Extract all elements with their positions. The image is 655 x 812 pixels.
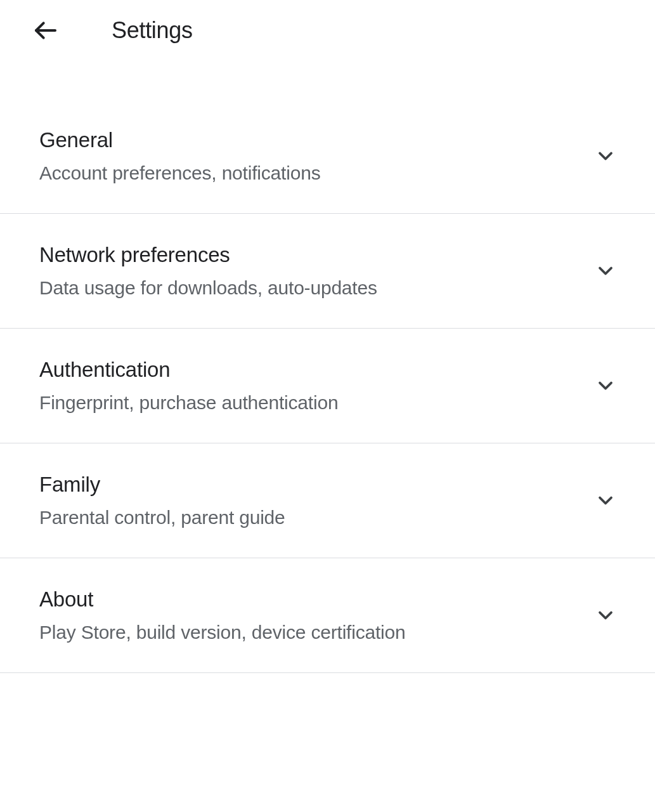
settings-item-subtitle: Fingerprint, purchase authentication	[39, 392, 338, 414]
chevron-down-icon	[594, 489, 617, 512]
arrow-left-icon	[33, 18, 58, 43]
header: Settings	[0, 0, 655, 61]
settings-item-content: Authentication Fingerprint, purchase aut…	[39, 358, 338, 414]
settings-item-content: Network preferences Data usage for downl…	[39, 243, 377, 299]
chevron-down-icon	[594, 604, 617, 627]
settings-item-subtitle: Parental control, parent guide	[39, 507, 285, 528]
settings-item-title: Authentication	[39, 358, 338, 382]
chevron-down-icon	[594, 374, 617, 397]
settings-item-subtitle: Account preferences, notifications	[39, 162, 320, 184]
settings-item-title: Family	[39, 473, 285, 497]
settings-item-title: General	[39, 128, 320, 152]
back-button[interactable]	[30, 15, 61, 46]
chevron-down-icon	[594, 145, 617, 167]
settings-item-subtitle: Play Store, build version, device certif…	[39, 622, 406, 643]
settings-item-subtitle: Data usage for downloads, auto-updates	[39, 277, 377, 299]
settings-item-about[interactable]: About Play Store, build version, device …	[0, 558, 655, 673]
settings-list: General Account preferences, notificatio…	[0, 99, 655, 673]
settings-item-family[interactable]: Family Parental control, parent guide	[0, 443, 655, 558]
settings-item-content: Family Parental control, parent guide	[39, 473, 285, 528]
settings-item-content: About Play Store, build version, device …	[39, 587, 406, 643]
settings-item-general[interactable]: General Account preferences, notificatio…	[0, 99, 655, 214]
settings-item-content: General Account preferences, notificatio…	[39, 128, 320, 184]
settings-item-title: Network preferences	[39, 243, 377, 267]
page-title: Settings	[112, 17, 193, 44]
settings-item-authentication[interactable]: Authentication Fingerprint, purchase aut…	[0, 329, 655, 443]
chevron-down-icon	[594, 259, 617, 282]
settings-item-network-preferences[interactable]: Network preferences Data usage for downl…	[0, 214, 655, 329]
settings-item-title: About	[39, 587, 406, 612]
